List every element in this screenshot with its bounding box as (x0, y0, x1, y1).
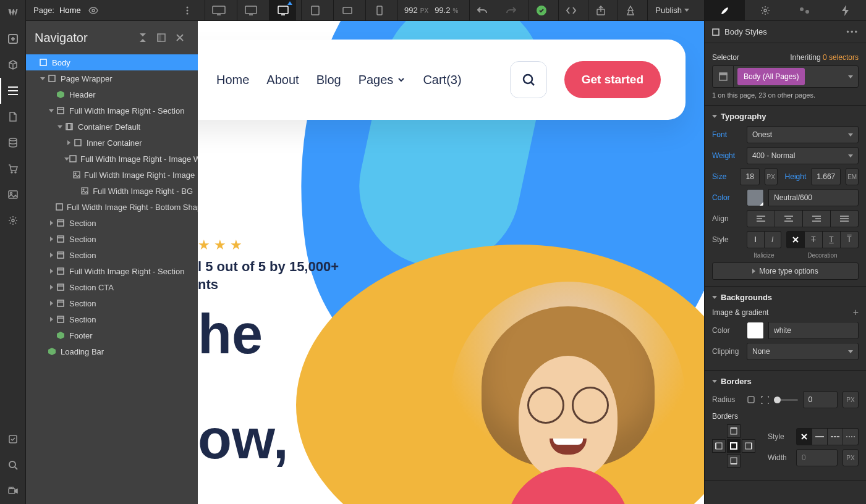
pin-icon[interactable] (152, 28, 171, 47)
audit-icon[interactable] (0, 426, 25, 452)
tree-row[interactable]: Section (26, 247, 198, 263)
radius-mode-icon[interactable] (747, 395, 755, 404)
bg-color-input[interactable]: white (768, 322, 859, 339)
radius-split-icon[interactable] (760, 395, 769, 404)
site-search-button[interactable] (510, 61, 547, 98)
page-name[interactable]: Home (59, 6, 81, 15)
border-width-input[interactable]: 0 (796, 449, 838, 466)
redo-icon[interactable] (499, 0, 524, 21)
font-select[interactable]: Onest (747, 126, 859, 143)
tree-row[interactable]: Full Width Image Right - Bottom Shap (26, 199, 198, 215)
tree-caret-icon[interactable] (47, 301, 56, 306)
collapse-all-icon[interactable] (134, 28, 152, 47)
interactions-tab-icon[interactable] (826, 0, 866, 20)
tree-caret-icon[interactable] (47, 220, 56, 225)
tree-caret-icon[interactable] (56, 125, 64, 128)
cms-icon[interactable] (0, 130, 25, 156)
nav-blog[interactable]: Blog (316, 73, 341, 87)
tree-row[interactable]: Full Width Image Right - Image (26, 167, 198, 183)
zoom-pct[interactable]: 99.2 (435, 0, 450, 21)
style-tab-icon[interactable] (705, 0, 745, 20)
bp-tablet-icon[interactable] (301, 0, 328, 21)
close-icon[interactable] (171, 28, 189, 47)
tree-row[interactable]: Full Width Image Right - Image Wra (26, 151, 198, 167)
tree-row[interactable]: Page Wrapper (26, 70, 198, 86)
undo-icon[interactable] (469, 0, 494, 21)
weight-select[interactable]: 400 - Normal (747, 147, 859, 164)
tree-row[interactable]: Inner Container (26, 135, 198, 151)
settings-icon[interactable] (0, 208, 25, 233)
radius-slider[interactable] (774, 399, 798, 401)
rp-menu-icon[interactable]: ••• (846, 27, 859, 36)
clipping-select[interactable]: None (747, 343, 859, 360)
tree-row[interactable]: Body (26, 54, 198, 70)
get-started-button[interactable]: Get started (564, 61, 661, 98)
bg-color-swatch[interactable] (747, 322, 764, 339)
tree-row[interactable]: Section (26, 295, 198, 311)
nav-about[interactable]: About (266, 73, 299, 87)
tree-row[interactable]: Full Width Image Right - BG (26, 183, 198, 199)
deco-none-icon[interactable] (786, 231, 805, 248)
bp-xl-icon[interactable] (205, 0, 232, 21)
border-width-unit[interactable]: PX (843, 449, 859, 466)
size-unit[interactable]: PX (765, 168, 778, 185)
tree-row[interactable]: Section (26, 231, 198, 247)
more-type-options[interactable]: More type options (712, 262, 859, 280)
tree-row[interactable]: Loading Bar (26, 343, 198, 359)
nav-pages[interactable]: Pages (359, 73, 406, 87)
tree-row[interactable]: Full Width Image Right - Section (26, 103, 198, 119)
selector-pill[interactable]: Body (All Pages) (737, 68, 805, 85)
tree-row[interactable]: Section CTA (26, 279, 198, 295)
deco-overline-icon[interactable]: T (841, 231, 859, 248)
tree-caret-icon[interactable] (64, 140, 73, 145)
italic-on-icon[interactable]: I (765, 231, 782, 248)
add-icon[interactable] (0, 26, 25, 52)
pages-icon[interactable] (0, 104, 25, 130)
border-bottom[interactable] (727, 454, 741, 468)
publish-button[interactable]: Publish (647, 0, 697, 21)
add-bg-icon[interactable]: + (853, 307, 859, 318)
align-justify-icon[interactable] (831, 210, 859, 227)
tree-caret-icon[interactable] (47, 285, 56, 290)
height-unit[interactable]: EM (846, 168, 859, 185)
logo-icon[interactable] (0, 0, 25, 26)
bp-mobile-l-icon[interactable] (333, 0, 360, 21)
tree-row[interactable]: Full Width Image Right - Section (26, 263, 198, 279)
selector-input[interactable]: Body (All Pages) (712, 65, 859, 88)
bp-lg-icon[interactable] (237, 0, 264, 21)
radius-input[interactable]: 0 (803, 391, 838, 408)
align-center-icon[interactable] (775, 210, 803, 227)
tree-caret-icon[interactable] (47, 317, 56, 322)
tree-row[interactable]: Container Default (26, 119, 198, 135)
bstyle-solid-icon[interactable] (812, 428, 828, 445)
share-icon[interactable] (618, 0, 642, 21)
nav-cart[interactable]: Cart(3) (423, 73, 461, 87)
canvas-width[interactable]: 992 (404, 0, 418, 21)
italic-off-icon[interactable]: I (747, 231, 765, 248)
nav-home[interactable]: Home (216, 73, 249, 87)
tree-row[interactable]: Section (26, 215, 198, 231)
border-right[interactable] (742, 439, 755, 453)
bstyle-dashed-icon[interactable] (828, 428, 843, 445)
tree-caret-icon[interactable] (47, 237, 56, 242)
canvas[interactable]: Home About Blog Pages Cart(3) Get starte… (198, 21, 704, 504)
size-input[interactable]: 18 (740, 168, 759, 185)
status-ok-icon[interactable] (529, 0, 553, 21)
settings-tab-icon[interactable] (745, 0, 785, 20)
search-icon[interactable] (0, 452, 25, 478)
bstyle-none-icon[interactable] (796, 428, 812, 445)
more-icon[interactable] (175, 0, 200, 21)
tree-row[interactable]: Section (26, 311, 198, 327)
height-input[interactable]: 1.667 (811, 168, 841, 185)
text-color-swatch[interactable] (747, 189, 764, 206)
inheriting-text[interactable]: Inheriting 0 selectors (790, 53, 859, 62)
export-icon[interactable] (588, 0, 613, 21)
deco-underline-icon[interactable]: T (823, 231, 841, 248)
borders-title[interactable]: Borders (712, 377, 859, 386)
components-icon[interactable] (0, 52, 25, 78)
selector-type-icon[interactable] (713, 66, 734, 87)
bp-md-icon[interactable] (269, 0, 296, 21)
align-left-icon[interactable] (747, 210, 775, 227)
radius-unit[interactable]: PX (843, 391, 859, 408)
typography-title[interactable]: Typography (712, 112, 859, 121)
